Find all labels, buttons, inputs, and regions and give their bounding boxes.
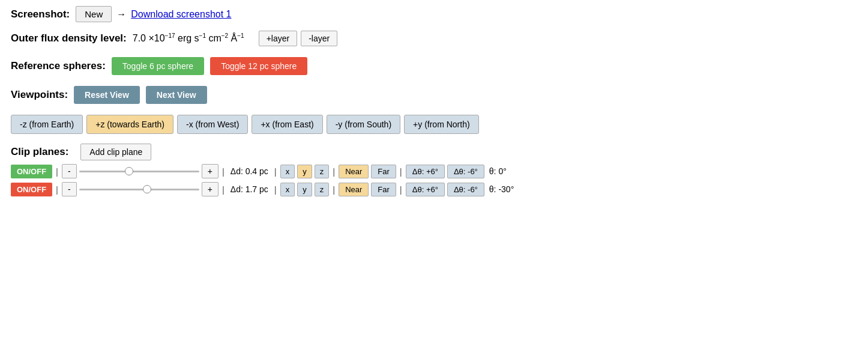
sep-2b: | bbox=[222, 184, 225, 195]
delta-text-1: Δd: 0.4 pc bbox=[231, 166, 268, 176]
sep-1: | bbox=[56, 166, 58, 177]
arrow-icon: → bbox=[116, 9, 126, 20]
sep-2e: | bbox=[400, 184, 402, 195]
onoff-button-1[interactable]: ON/OFF bbox=[11, 165, 52, 178]
screenshot-label: Screenshot: bbox=[11, 8, 70, 20]
sep-2d: | bbox=[333, 184, 335, 195]
sep-1e: | bbox=[400, 166, 402, 177]
dir-pos-z-button[interactable]: +z (towards Earth) bbox=[86, 115, 173, 134]
dtheta-plus-2[interactable]: Δθ: +6° bbox=[406, 183, 445, 196]
sep-2c: | bbox=[274, 184, 277, 195]
theta-1: θ: 0° bbox=[489, 166, 507, 176]
plus-button-1[interactable]: + bbox=[202, 164, 219, 178]
far-button-1[interactable]: Far bbox=[371, 165, 396, 178]
dtheta-plus-1[interactable]: Δθ: +6° bbox=[406, 165, 445, 178]
spheres-label: Reference spheres: bbox=[11, 60, 106, 72]
toggle12-button[interactable]: Toggle 12 pc sphere bbox=[210, 57, 307, 75]
next-view-button[interactable]: Next View bbox=[146, 86, 207, 104]
minus-layer-button[interactable]: -layer bbox=[301, 31, 337, 46]
dir-pos-x-button[interactable]: +x (from East) bbox=[252, 115, 322, 134]
plus-layer-button[interactable]: +layer bbox=[259, 31, 298, 46]
reset-view-button[interactable]: Reset View bbox=[74, 86, 140, 104]
near-button-2[interactable]: Near bbox=[339, 183, 369, 196]
direction-buttons-row: -z (from Earth) +z (towards Earth) -x (f… bbox=[11, 115, 857, 134]
theta-2: θ: -30° bbox=[489, 184, 514, 194]
sep-1c: | bbox=[274, 166, 277, 177]
dtheta-minus-1[interactable]: Δθ: -6° bbox=[447, 165, 484, 178]
onoff-button-2[interactable]: ON/OFF bbox=[11, 183, 52, 196]
axis-z-2[interactable]: z bbox=[315, 183, 330, 196]
axis-x-1[interactable]: x bbox=[280, 165, 295, 178]
sep-2: | bbox=[56, 184, 58, 195]
minus-button-2[interactable]: - bbox=[62, 182, 77, 196]
new-button[interactable]: New bbox=[76, 6, 112, 22]
viewpoints-label: Viewpoints: bbox=[11, 89, 68, 101]
clip-label: Clip planes: bbox=[11, 146, 68, 158]
toggle6-button[interactable]: Toggle 6 pc sphere bbox=[112, 57, 204, 75]
sep-1b: | bbox=[222, 166, 225, 177]
clip-planes-section: Clip planes: Add clip plane ON/OFF | - +… bbox=[11, 144, 857, 196]
axis-y-2[interactable]: y bbox=[297, 183, 312, 196]
clip-row-2: ON/OFF | - + | Δd: 1.7 pc | x y z | Near… bbox=[11, 182, 857, 196]
axis-y-1[interactable]: y bbox=[297, 165, 312, 178]
minus-button-1[interactable]: - bbox=[62, 164, 77, 178]
dir-neg-x-button[interactable]: -x (from West) bbox=[177, 115, 248, 134]
flux-value: 7.0 ×10−17 erg s−1 cm−2 Å−1 bbox=[133, 32, 244, 44]
slider-2[interactable] bbox=[79, 183, 199, 195]
axis-x-2[interactable]: x bbox=[280, 183, 295, 196]
slider-1[interactable] bbox=[79, 165, 199, 177]
far-button-2[interactable]: Far bbox=[371, 183, 396, 196]
clip-row-1: ON/OFF | - + | Δd: 0.4 pc | x y z | Near… bbox=[11, 164, 857, 178]
dir-neg-z-button[interactable]: -z (from Earth) bbox=[11, 115, 83, 134]
plus-button-2[interactable]: + bbox=[202, 182, 219, 196]
add-clip-button[interactable]: Add clip plane bbox=[80, 144, 151, 160]
dir-pos-y-button[interactable]: +y (from North) bbox=[404, 115, 479, 134]
delta-text-2: Δd: 1.7 pc bbox=[231, 184, 268, 194]
near-button-1[interactable]: Near bbox=[339, 165, 369, 178]
axis-z-1[interactable]: z bbox=[315, 165, 330, 178]
sep-1d: | bbox=[333, 166, 335, 177]
flux-label: Outer flux density level: bbox=[11, 32, 127, 44]
download-link[interactable]: Download screenshot 1 bbox=[131, 9, 231, 20]
dir-neg-y-button[interactable]: -y (from South) bbox=[327, 115, 400, 134]
dtheta-minus-2[interactable]: Δθ: -6° bbox=[447, 183, 484, 196]
